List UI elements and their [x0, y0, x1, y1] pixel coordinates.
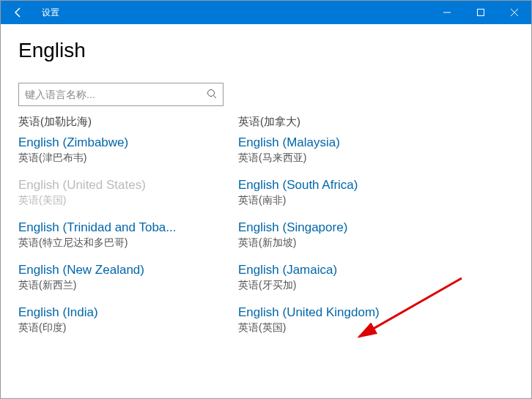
language-name: English (Jamaica) — [238, 263, 458, 277]
language-item: English (United States)英语(美国) — [18, 178, 238, 207]
language-subtitle: 英语(印度) — [18, 321, 238, 335]
minimize-icon — [443, 9, 451, 16]
language-item[interactable]: English (India)英语(印度) — [18, 305, 238, 335]
language-name: English (Singapore) — [238, 220, 458, 235]
language-subtitle: 英语(英国) — [238, 321, 458, 335]
page-title: English — [18, 39, 514, 62]
content-area: English 英语(加勒比海) 英语(加拿大) English (Zimbab… — [1, 24, 531, 398]
language-subtitle: 英语(马来西亚) — [238, 152, 458, 165]
language-subtitle: 英语(美国) — [18, 194, 238, 207]
language-name: English (Zimbabwe) — [18, 135, 238, 150]
language-item[interactable]: English (United Kingdom)英语(英国) — [238, 305, 458, 335]
language-item-partial[interactable]: 英语(加拿大) — [238, 115, 458, 128]
search-box[interactable] — [18, 83, 223, 106]
maximize-button[interactable] — [464, 1, 498, 24]
window-controls — [430, 1, 531, 24]
language-subtitle: 英语(新西兰) — [18, 279, 238, 292]
language-name: English (United Kingdom) — [238, 305, 458, 320]
language-subtitle: 英语(津巴布韦) — [18, 152, 238, 165]
language-name: English (New Zealand) — [18, 263, 238, 277]
language-item-partial[interactable]: 英语(加勒比海) — [18, 115, 238, 128]
language-name: English (Trinidad and Toba... — [18, 220, 238, 235]
language-subtitle: 英语(新加坡) — [238, 236, 458, 250]
language-item[interactable]: English (New Zealand)英语(新西兰) — [18, 263, 238, 292]
language-item[interactable]: English (Zimbabwe)英语(津巴布韦) — [18, 135, 238, 165]
language-name: English (India) — [18, 305, 238, 320]
language-subtitle: 英语(南非) — [238, 194, 458, 207]
language-item[interactable]: English (South Africa)英语(南非) — [238, 178, 458, 207]
svg-line-5 — [214, 95, 217, 98]
language-name: 英语(加勒比海) — [18, 115, 238, 128]
minimize-button[interactable] — [430, 1, 464, 24]
language-name: English (Malaysia) — [238, 135, 458, 150]
close-icon — [511, 9, 518, 16]
language-item[interactable]: English (Trinidad and Toba...英语(特立尼达和多巴哥… — [18, 220, 238, 250]
svg-point-4 — [208, 89, 215, 96]
maximize-icon — [477, 9, 484, 16]
language-partial-row: 英语(加勒比海) 英语(加拿大) — [18, 115, 514, 135]
window-title: 设置 — [42, 7, 430, 19]
language-name: 英语(加拿大) — [238, 115, 458, 128]
language-subtitle: 英语(牙买加) — [238, 279, 458, 292]
language-item[interactable]: English (Jamaica)英语(牙买加) — [238, 263, 458, 292]
language-item[interactable]: English (Singapore)英语(新加坡) — [238, 220, 458, 250]
language-list: English (Zimbabwe)英语(津巴布韦)English (Malay… — [18, 135, 514, 348]
search-icon — [207, 89, 217, 101]
language-name: English (United States) — [18, 178, 238, 193]
back-button[interactable] — [1, 1, 36, 24]
titlebar: 设置 — [1, 1, 531, 24]
language-item[interactable]: English (Malaysia)英语(马来西亚) — [238, 135, 458, 165]
close-button[interactable] — [498, 1, 531, 24]
arrow-left-icon — [12, 7, 24, 18]
language-name: English (South Africa) — [238, 178, 458, 193]
search-input[interactable] — [25, 89, 207, 100]
svg-rect-1 — [478, 10, 484, 16]
language-subtitle: 英语(特立尼达和多巴哥) — [18, 236, 238, 250]
